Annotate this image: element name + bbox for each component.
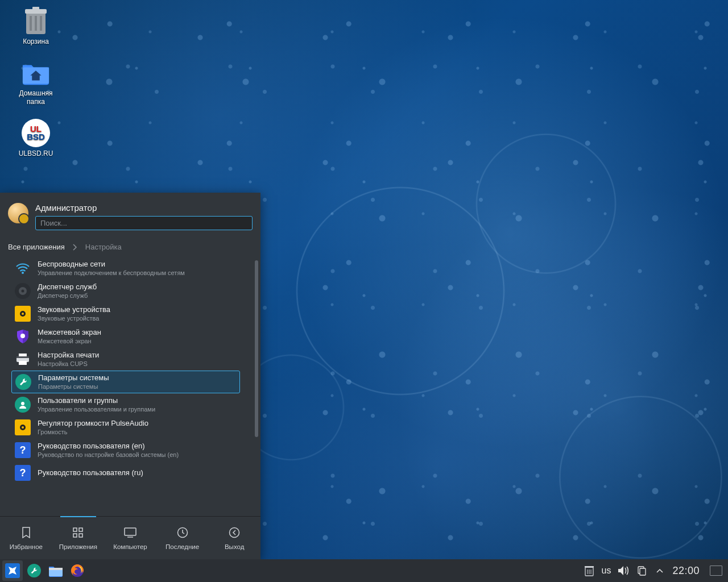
show-desktop-button[interactable] — [710, 566, 722, 576]
desktop-icon-label: Корзина — [23, 38, 49, 46]
svg-rect-33 — [585, 566, 594, 568]
svg-rect-2 — [32, 7, 39, 10]
folder-icon — [48, 564, 63, 577]
scroll-thumb[interactable] — [255, 260, 258, 437]
app-item-system-settings[interactable]: Параметры системыПараметры системы — [11, 371, 240, 393]
search-input[interactable] — [40, 219, 247, 227]
app-item-users-groups[interactable]: Пользователи и группыУправление пользова… — [11, 393, 240, 416]
svg-rect-5 — [40, 16, 42, 31]
desktop-icon-home[interactable]: Домашняя папка — [10, 59, 61, 106]
shield-icon — [15, 329, 31, 344]
svg-point-27 — [230, 527, 239, 537]
ulbsd-icon: UL BSD — [22, 119, 50, 147]
tab-applications[interactable]: Приложения — [52, 517, 105, 559]
app-title: Руководство пользователя (en) — [38, 442, 179, 451]
app-title: Регулятор громкости PulseAudio — [38, 419, 148, 428]
svg-rect-21 — [79, 528, 82, 531]
tab-label: Приложения — [59, 543, 97, 550]
wrench-icon — [27, 564, 41, 577]
tab-leave[interactable]: Выход — [208, 517, 260, 559]
app-item-pulseaudio[interactable]: Регулятор громкости PulseAudioГромкость — [11, 416, 240, 439]
app-title: Звуковые устройства — [38, 305, 110, 314]
app-subtitle: Диспетчер служб — [38, 292, 97, 300]
clock[interactable]: 22:00 — [672, 565, 700, 577]
svg-rect-16 — [16, 356, 29, 358]
app-title: Параметры системы — [38, 373, 109, 383]
search-field[interactable] — [35, 216, 253, 230]
svg-rect-15 — [19, 361, 27, 365]
svg-point-7 — [22, 272, 24, 274]
app-item-wireless[interactable]: Беспроводные сетиУправление подключением… — [11, 257, 240, 280]
folder-home-icon — [22, 59, 50, 87]
svg-point-11 — [22, 313, 24, 315]
app-subtitle: Параметры системы — [38, 383, 109, 390]
app-subtitle: Управление пользователями и группами — [38, 405, 155, 413]
app-title: Диспетчер служб — [38, 282, 97, 292]
desktop-icon-ulbsd[interactable]: UL BSD ULBSD.RU — [10, 119, 61, 158]
svg-point-12 — [20, 334, 25, 338]
ulbsd-bottom: BSD — [27, 133, 45, 141]
user-avatar-icon[interactable] — [8, 203, 28, 223]
desktop-icon-label: Домашняя папка — [10, 89, 61, 106]
app-title: Настройка печати — [38, 351, 99, 360]
app-item-printing[interactable]: Настройка печатиНастройка CUPS — [11, 348, 240, 371]
svg-rect-3 — [30, 16, 32, 31]
app-item-firewall[interactable]: Межсетевой экранМежсетевой экран — [11, 325, 240, 348]
firefox-button[interactable] — [67, 560, 88, 581]
tab-recent[interactable]: Последние — [156, 517, 209, 559]
wifi-icon — [15, 260, 31, 276]
app-title: Межсетевой экран — [38, 328, 101, 337]
tab-favorites[interactable]: Избранное — [0, 517, 52, 559]
svg-rect-23 — [79, 534, 82, 537]
bookmark-icon — [20, 526, 32, 539]
printer-icon — [15, 351, 31, 367]
app-launcher-button[interactable] — [2, 560, 23, 581]
breadcrumb: Все приложения Настройка — [0, 238, 260, 257]
logout-icon — [228, 526, 241, 539]
app-title: Беспроводные сети — [38, 260, 185, 269]
scrollbar[interactable] — [255, 260, 258, 513]
svg-point-9 — [22, 290, 24, 293]
desktop-icons: Корзина Домашняя папка UL BSD ULBSD.RU — [10, 7, 61, 158]
breadcrumb-leaf: Настройка — [85, 243, 122, 251]
svg-rect-38 — [640, 568, 646, 575]
trash-icon — [22, 7, 50, 35]
app-item-manual-en[interactable]: ? Руководство пользователя (en)Руководст… — [11, 439, 240, 462]
app-subtitle: Звуковые устройства — [38, 314, 110, 322]
firefox-icon — [71, 564, 84, 577]
app-item-services[interactable]: Диспетчер службДиспетчер служб — [11, 280, 240, 302]
system-settings-button[interactable] — [24, 560, 44, 581]
keyboard-layout-indicator[interactable]: us — [602, 566, 611, 576]
breadcrumb-root[interactable]: Все приложения — [8, 243, 65, 251]
speaker-icon — [15, 306, 31, 322]
trash-tray-icon[interactable] — [584, 565, 595, 576]
tab-label: Выход — [225, 543, 244, 550]
svg-rect-1 — [25, 9, 47, 14]
wrench-icon — [15, 374, 31, 390]
app-title: Пользователи и группы — [38, 396, 155, 405]
system-tray: us 22:00 — [584, 565, 728, 577]
help-icon: ? — [15, 465, 31, 481]
app-subtitle: Руководство по настройке базовой системы… — [38, 451, 179, 459]
app-item-sound[interactable]: Звуковые устройстваЗвуковые устройства — [11, 302, 240, 325]
app-list: Беспроводные сетиУправление подключением… — [0, 257, 260, 516]
tab-computer[interactable]: Компьютер — [104, 517, 156, 559]
chevron-right-icon — [73, 244, 77, 251]
app-launcher-menu: Администратор Все приложения Настройка Б… — [0, 193, 260, 559]
clipboard-icon[interactable] — [636, 565, 647, 576]
svg-rect-24 — [125, 528, 136, 535]
users-icon — [15, 397, 31, 413]
volume-icon[interactable] — [618, 565, 629, 576]
svg-point-19 — [22, 426, 24, 429]
speaker-icon — [15, 419, 31, 435]
svg-rect-4 — [35, 16, 37, 31]
menu-bottom-tabs: Избранное Приложения Компьютер Последние… — [0, 516, 260, 559]
svg-rect-22 — [73, 534, 77, 537]
app-subtitle: Настройка CUPS — [38, 360, 99, 368]
app-item-manual-ru[interactable]: ? Руководство пользователя (ru) — [11, 462, 240, 484]
chevron-up-icon[interactable] — [654, 565, 665, 576]
desktop-icon-trash[interactable]: Корзина — [10, 7, 61, 46]
file-manager-button[interactable] — [46, 560, 66, 581]
tab-label: Компьютер — [113, 543, 147, 550]
app-subtitle: Управление подключением к беспроводным с… — [38, 269, 185, 277]
